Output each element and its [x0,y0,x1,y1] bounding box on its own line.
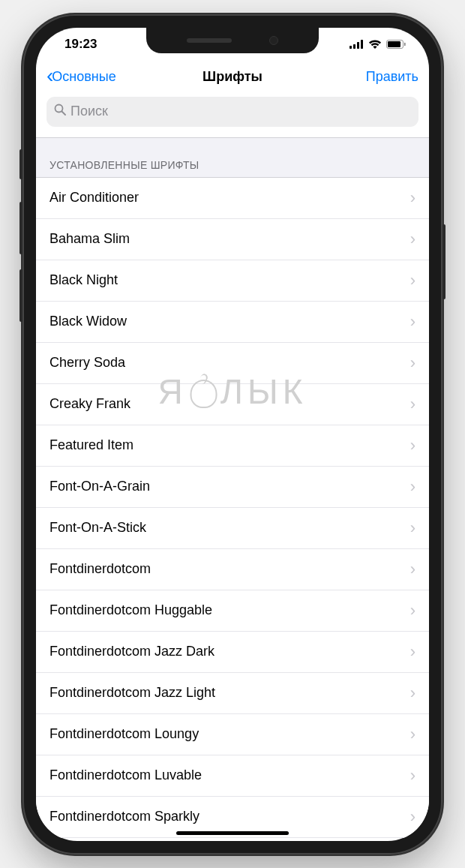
search-input[interactable] [70,104,411,119]
phone-frame: 19:23 ‹ Основные Шрифты Править [22,14,442,854]
navigation-bar: ‹ Основные Шрифты Править [36,61,429,94]
font-row[interactable]: Fontdinerdotcom› [36,549,429,590]
font-row[interactable]: Bahama Slim› [36,219,429,260]
font-name: Black Night [50,272,410,288]
svg-rect-1 [353,44,356,49]
search-container [36,94,429,138]
font-row[interactable]: Fontdinerdotcom Huggable› [36,590,429,632]
chevron-right-icon: › [410,642,416,662]
font-name: Font-On-A-Grain [50,479,410,494]
chevron-right-icon: › [410,271,416,290]
screen: 19:23 ‹ Основные Шрифты Править [36,28,429,841]
chevron-right-icon: › [410,725,416,744]
notch [146,28,319,53]
svg-rect-6 [404,42,406,46]
battery-icon [386,40,406,49]
font-row[interactable]: Font-On-A-Stick› [36,508,429,549]
font-name: Fontdinerdotcom [50,561,410,577]
edit-button[interactable]: Править [366,69,418,85]
content-area: УСТАНОВЛЕННЫЕ ШРИФТЫ Air Conditioner›Bah… [36,94,429,841]
font-name: Fontdinerdotcom Huggable [50,602,410,618]
svg-rect-2 [357,42,359,49]
font-row[interactable]: Featured Item› [36,425,429,467]
front-camera [269,36,278,45]
font-row[interactable]: Font-On-A-Grain› [36,467,429,508]
font-name: Creaky Frank [50,396,410,412]
font-name: Fontdinerdotcom Sparkly [50,809,410,824]
chevron-right-icon: › [410,683,416,703]
chevron-right-icon: › [410,807,416,827]
mute-switch [20,149,22,179]
font-row[interactable]: Air Conditioner› [36,178,429,219]
font-name: Fontdinerdotcom Loungy [50,726,410,742]
back-button[interactable]: ‹ Основные [46,67,116,86]
font-row[interactable]: Black Night› [36,260,429,302]
font-row[interactable]: Fontdinerdotcom Jazz Dark› [36,632,429,673]
speaker [187,38,232,43]
volume-up-button [20,202,22,254]
font-name: Fontdinerdotcom Jazz Light [50,685,410,701]
font-list[interactable]: Air Conditioner›Bahama Slim›Black Night›… [36,178,429,838]
back-label: Основные [52,69,116,85]
chevron-right-icon: › [410,436,416,455]
svg-rect-5 [388,41,400,47]
chevron-right-icon: › [410,560,416,579]
chevron-right-icon: › [410,477,416,497]
volume-down-button [20,269,22,322]
svg-rect-0 [350,46,352,49]
chevron-right-icon: › [410,601,416,620]
search-icon [54,104,66,119]
power-button [442,224,446,299]
font-name: Bahama Slim [50,231,410,247]
font-row[interactable]: Cherry Soda› [36,343,429,384]
font-name: Fontdinerdotcom Jazz Dark [50,644,410,659]
page-title: Шрифты [202,69,262,85]
font-name: Fontdinerdotcom Luvable [50,767,410,783]
chevron-right-icon: › [410,312,416,332]
font-name: Font-On-A-Stick [50,520,410,536]
font-name: Featured Item [50,437,410,453]
chevron-right-icon: › [410,766,416,785]
wifi-icon [368,40,382,49]
svg-line-8 [62,112,66,116]
font-row[interactable]: Black Widow› [36,302,429,343]
font-row[interactable]: Creaky Frank› [36,384,429,425]
font-row[interactable]: Fontdinerdotcom Jazz Light› [36,673,429,714]
font-row[interactable]: Fontdinerdotcom Luvable› [36,755,429,797]
font-name: Air Conditioner [50,190,410,206]
chevron-right-icon: › [410,518,416,538]
chevron-right-icon: › [410,188,416,208]
section-header: УСТАНОВЛЕННЫЕ ШРИФТЫ [36,138,429,178]
chevron-right-icon: › [410,230,416,249]
svg-rect-3 [361,40,363,49]
chevron-right-icon: › [410,353,416,373]
font-name: Black Widow [50,314,410,329]
status-time: 19:23 [64,37,97,52]
search-bar[interactable] [46,97,418,127]
home-indicator[interactable] [176,831,289,835]
chevron-right-icon: › [410,395,416,414]
cellular-signal-icon [350,40,364,49]
font-name: Cherry Soda [50,355,410,371]
font-row[interactable]: Fontdinerdotcom Loungy› [36,714,429,755]
